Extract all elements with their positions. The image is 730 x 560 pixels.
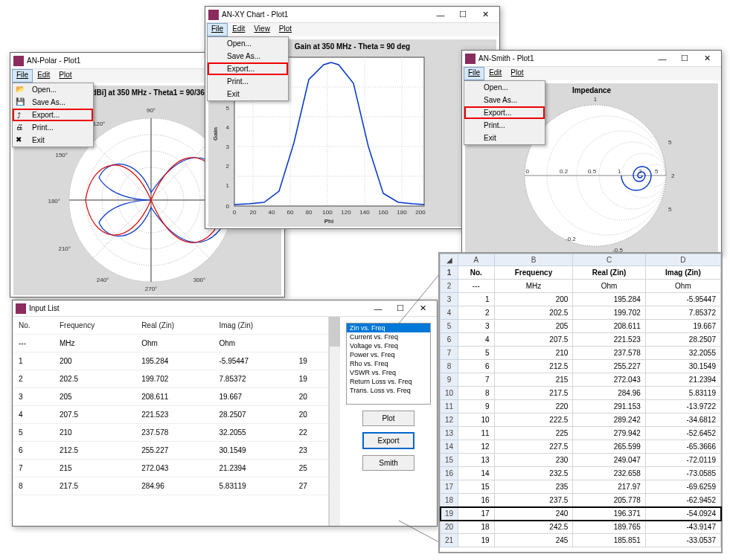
- menu-export[interactable]: ⤴Export...: [13, 109, 93, 121]
- cell[interactable]: -72.0119: [645, 454, 720, 467]
- cell[interactable]: 207.5: [494, 333, 573, 347]
- plot-type-list[interactable]: Zin vs. FreqCurrent vs. FreqVoltage vs. …: [346, 323, 431, 405]
- table-cell[interactable]: 195.284: [135, 353, 213, 370]
- cell[interactable]: 30.1549: [645, 360, 720, 373]
- list-item[interactable]: Current vs. Freq: [347, 332, 430, 341]
- table-cell[interactable]: 200: [54, 353, 135, 370]
- table-cell[interactable]: 212.5: [54, 442, 135, 460]
- menu-plot[interactable]: Plot: [54, 69, 76, 83]
- cell[interactable]: 225: [494, 427, 573, 440]
- titlebar[interactable]: Input List — ☐ ✕: [13, 300, 437, 317]
- cell[interactable]: 199.702: [573, 306, 645, 320]
- cell[interactable]: 205: [494, 320, 573, 333]
- cell[interactable]: 16: [458, 494, 494, 507]
- menu-exit[interactable]: ✖Exit: [13, 134, 93, 147]
- menu-print[interactable]: Print...: [464, 119, 545, 132]
- row-number[interactable]: 8: [441, 360, 458, 373]
- cell[interactable]: 17: [458, 507, 494, 521]
- cell[interactable]: 240: [494, 507, 573, 521]
- scrollbar[interactable]: [329, 317, 340, 526]
- corner-cell[interactable]: ◢: [441, 254, 458, 266]
- list-item[interactable]: Zin vs. Freq: [347, 324, 430, 332]
- row-number[interactable]: 18: [441, 494, 458, 507]
- cell[interactable]: 19: [458, 534, 494, 547]
- row-number[interactable]: 16: [441, 467, 458, 480]
- col-letter[interactable]: B: [494, 254, 573, 266]
- cell[interactable]: -62.9452: [645, 494, 720, 507]
- cell[interactable]: 235: [494, 480, 573, 494]
- cell[interactable]: 217.5: [494, 387, 573, 400]
- menu-exit[interactable]: Exit: [464, 132, 545, 144]
- table-cell[interactable]: 208.611: [135, 388, 213, 406]
- table-cell[interactable]: 237.578: [135, 424, 213, 442]
- table-cell[interactable]: 7.85372: [213, 370, 292, 388]
- cell[interactable]: 14: [458, 467, 494, 480]
- cell[interactable]: 18: [458, 521, 494, 534]
- table-cell[interactable]: 4: [13, 406, 54, 424]
- cell[interactable]: 249.047: [573, 454, 645, 467]
- table-cell[interactable]: 284.96: [135, 477, 213, 495]
- row-number[interactable]: 4: [441, 306, 458, 320]
- cell[interactable]: 185.851: [573, 534, 645, 547]
- table-cell[interactable]: -5.95447: [213, 353, 292, 370]
- row-number[interactable]: 2: [441, 280, 458, 293]
- cell[interactable]: 237.5: [494, 494, 573, 507]
- menu-file[interactable]: File: [12, 69, 33, 83]
- table-cell[interactable]: 217.5: [54, 477, 135, 495]
- list-item[interactable]: Trans. Loss vs. Freq: [347, 386, 430, 395]
- cell[interactable]: 3: [458, 320, 494, 333]
- col-header[interactable]: Imag (Zin): [213, 317, 292, 335]
- cell[interactable]: 220: [494, 400, 573, 413]
- col-letter[interactable]: A: [458, 254, 494, 266]
- table-cell[interactable]: 255.227: [135, 442, 213, 460]
- table-cell[interactable]: 5: [13, 424, 54, 442]
- col-header[interactable]: No.: [13, 317, 54, 335]
- cell[interactable]: 200: [494, 293, 573, 306]
- table-cell[interactable]: 1: [13, 353, 54, 370]
- cell[interactable]: 6: [458, 360, 494, 373]
- table-cell[interactable]: 215: [54, 460, 135, 477]
- cell[interactable]: 265.599: [573, 440, 645, 454]
- menu-save-as[interactable]: 💾Save As...: [13, 96, 93, 109]
- col-header[interactable]: Frequency: [54, 317, 135, 335]
- table-cell[interactable]: 199.702: [135, 370, 213, 388]
- table-cell[interactable]: 19: [293, 353, 328, 370]
- list-item[interactable]: Rho vs. Freq: [347, 359, 430, 368]
- minimize-button[interactable]: —: [429, 8, 452, 22]
- data-table[interactable]: No. Frequency Real (Zin) Imag (Zin) --- …: [13, 317, 329, 526]
- menu-save-as[interactable]: Save As...: [464, 94, 545, 106]
- row-number[interactable]: 14: [441, 440, 458, 454]
- cell[interactable]: 242.5: [494, 521, 573, 534]
- cell[interactable]: 189.765: [573, 521, 645, 534]
- cell[interactable]: 12: [458, 440, 494, 454]
- cell[interactable]: 28.2507: [645, 333, 720, 347]
- menu-save-as[interactable]: Save As...: [208, 50, 288, 62]
- row-number[interactable]: 6: [441, 333, 458, 347]
- cell[interactable]: 291.153: [573, 400, 645, 413]
- row-number[interactable]: 5: [441, 320, 458, 333]
- row-number[interactable]: 12: [441, 413, 458, 427]
- row-number[interactable]: 9: [441, 373, 458, 387]
- table-cell[interactable]: 22: [293, 424, 328, 442]
- close-button[interactable]: ✕: [474, 8, 496, 22]
- table-cell[interactable]: 221.523: [135, 406, 213, 424]
- table-cell[interactable]: 202.5: [54, 370, 135, 388]
- table-cell[interactable]: 23: [293, 442, 328, 460]
- table-cell[interactable]: 272.043: [135, 460, 213, 477]
- menu-print[interactable]: Print...: [208, 75, 288, 88]
- row-number[interactable]: 10: [441, 387, 458, 400]
- cell[interactable]: 205.778: [573, 494, 645, 507]
- titlebar[interactable]: AN-XY Chart - Plot1 — ☐ ✕: [205, 7, 499, 23]
- menu-print[interactable]: 🖨Print...: [13, 121, 93, 134]
- cell[interactable]: 208.611: [573, 320, 645, 333]
- col-header[interactable]: [293, 317, 328, 335]
- cell[interactable]: 7.85372: [645, 306, 720, 320]
- scroll-thumb[interactable]: [330, 317, 340, 347]
- close-button[interactable]: ✕: [412, 302, 434, 315]
- excel-sheet[interactable]: ◢ A B C D 1 No. Frequency Real (Zin) Ima…: [438, 252, 723, 553]
- table-cell[interactable]: 19: [293, 370, 328, 388]
- cell[interactable]: -13.9722: [645, 400, 720, 413]
- cell[interactable]: 19.667: [645, 320, 720, 333]
- col-header[interactable]: Real (Zin): [135, 317, 213, 335]
- row-number[interactable]: 11: [441, 400, 458, 413]
